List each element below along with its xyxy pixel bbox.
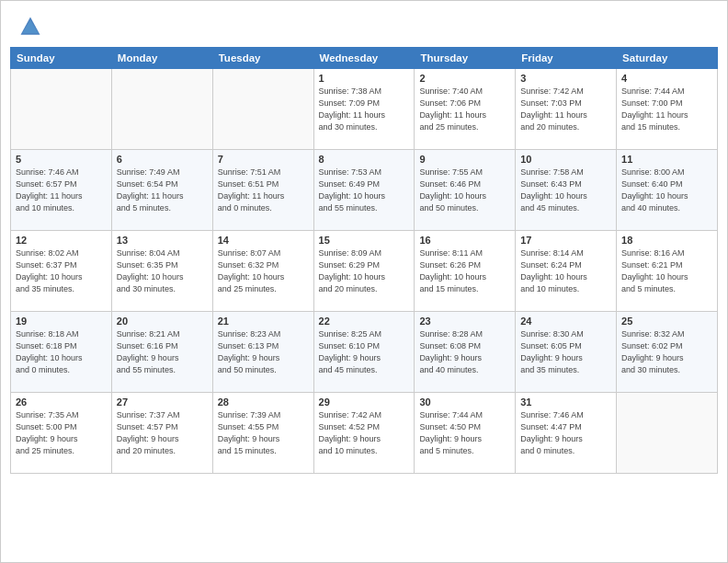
day-cell: 16Sunrise: 8:11 AM Sunset: 6:26 PM Dayli…	[415, 231, 516, 312]
day-number: 9	[419, 154, 510, 165]
day-number: 18	[621, 235, 712, 246]
day-info: Sunrise: 7:37 AM Sunset: 4:57 PM Dayligh…	[117, 409, 208, 457]
day-info: Sunrise: 8:00 AM Sunset: 6:40 PM Dayligh…	[621, 167, 712, 214]
day-number: 30	[419, 396, 510, 408]
day-info: Sunrise: 7:40 AM Sunset: 7:06 PM Dayligh…	[419, 86, 510, 133]
day-cell: 12Sunrise: 8:02 AM Sunset: 6:37 PM Dayli…	[11, 231, 112, 312]
day-cell: 21Sunrise: 8:23 AM Sunset: 6:13 PM Dayli…	[212, 312, 313, 393]
day-number: 28	[218, 396, 309, 408]
day-number: 27	[117, 396, 208, 408]
day-cell: 29Sunrise: 7:42 AM Sunset: 4:52 PM Dayli…	[313, 393, 415, 474]
calendar-header: SundayMondayTuesdayWednesdayThursdayFrid…	[11, 48, 718, 69]
week-row-5: 26Sunrise: 7:35 AM Sunset: 5:00 PM Dayli…	[11, 393, 718, 474]
header-cell-saturday: Saturday	[617, 48, 718, 69]
day-cell: 9Sunrise: 7:55 AM Sunset: 6:46 PM Daylig…	[415, 150, 516, 231]
day-number: 5	[16, 154, 107, 165]
day-number: 3	[520, 73, 611, 84]
day-info: Sunrise: 7:35 AM Sunset: 5:00 PM Dayligh…	[16, 409, 107, 457]
calendar-body: 1Sunrise: 7:38 AM Sunset: 7:09 PM Daylig…	[11, 69, 718, 474]
day-cell: 19Sunrise: 8:18 AM Sunset: 6:18 PM Dayli…	[11, 312, 112, 393]
day-cell: 13Sunrise: 8:04 AM Sunset: 6:35 PM Dayli…	[111, 231, 212, 312]
day-number: 23	[419, 316, 510, 327]
week-row-4: 19Sunrise: 8:18 AM Sunset: 6:18 PM Dayli…	[11, 312, 718, 393]
day-cell	[111, 69, 212, 150]
day-cell: 28Sunrise: 7:39 AM Sunset: 4:55 PM Dayli…	[212, 393, 313, 474]
day-number: 13	[117, 235, 208, 246]
day-number: 7	[218, 154, 309, 165]
day-number: 19	[16, 316, 107, 327]
header-cell-friday: Friday	[516, 48, 617, 69]
day-number: 29	[319, 396, 410, 408]
day-number: 8	[319, 154, 410, 165]
day-cell: 15Sunrise: 8:09 AM Sunset: 6:29 PM Dayli…	[313, 231, 415, 312]
day-info: Sunrise: 8:30 AM Sunset: 6:05 PM Dayligh…	[520, 328, 611, 376]
day-info: Sunrise: 8:11 AM Sunset: 6:26 PM Dayligh…	[419, 247, 510, 295]
day-number: 6	[117, 154, 208, 165]
day-info: Sunrise: 8:14 AM Sunset: 6:24 PM Dayligh…	[520, 247, 611, 295]
day-number: 21	[218, 316, 309, 327]
calendar-table: SundayMondayTuesdayWednesdayThursdayFrid…	[10, 47, 718, 474]
day-info: Sunrise: 8:18 AM Sunset: 6:18 PM Dayligh…	[16, 328, 107, 376]
day-number: 12	[16, 235, 107, 246]
calendar: SundayMondayTuesdayWednesdayThursdayFrid…	[1, 47, 727, 562]
header	[1, 1, 727, 47]
day-cell	[11, 69, 112, 150]
day-cell: 1Sunrise: 7:38 AM Sunset: 7:09 PM Daylig…	[313, 69, 415, 150]
day-number: 14	[218, 235, 309, 246]
day-cell: 20Sunrise: 8:21 AM Sunset: 6:16 PM Dayli…	[111, 312, 212, 393]
header-cell-tuesday: Tuesday	[212, 48, 313, 69]
day-number: 1	[319, 73, 410, 84]
day-info: Sunrise: 8:28 AM Sunset: 6:08 PM Dayligh…	[419, 328, 510, 376]
day-cell: 10Sunrise: 7:58 AM Sunset: 6:43 PM Dayli…	[516, 150, 617, 231]
day-cell: 27Sunrise: 7:37 AM Sunset: 4:57 PM Dayli…	[111, 393, 212, 474]
day-number: 15	[319, 235, 410, 246]
day-info: Sunrise: 7:49 AM Sunset: 6:54 PM Dayligh…	[117, 167, 208, 214]
day-cell: 26Sunrise: 7:35 AM Sunset: 5:00 PM Dayli…	[11, 393, 112, 474]
week-row-1: 1Sunrise: 7:38 AM Sunset: 7:09 PM Daylig…	[11, 69, 718, 150]
week-row-3: 12Sunrise: 8:02 AM Sunset: 6:37 PM Dayli…	[11, 231, 718, 312]
day-number: 31	[520, 396, 611, 408]
day-cell: 31Sunrise: 7:46 AM Sunset: 4:47 PM Dayli…	[516, 393, 617, 474]
day-info: Sunrise: 7:44 AM Sunset: 4:50 PM Dayligh…	[419, 409, 510, 457]
day-info: Sunrise: 7:53 AM Sunset: 6:49 PM Dayligh…	[319, 167, 410, 214]
logo	[17, 14, 45, 40]
day-info: Sunrise: 7:42 AM Sunset: 4:52 PM Dayligh…	[319, 409, 410, 457]
header-row: SundayMondayTuesdayWednesdayThursdayFrid…	[11, 48, 718, 69]
day-info: Sunrise: 7:38 AM Sunset: 7:09 PM Dayligh…	[319, 86, 410, 133]
day-info: Sunrise: 8:32 AM Sunset: 6:02 PM Dayligh…	[621, 328, 712, 376]
day-info: Sunrise: 7:42 AM Sunset: 7:03 PM Dayligh…	[520, 86, 611, 133]
day-info: Sunrise: 7:46 AM Sunset: 4:47 PM Dayligh…	[520, 409, 611, 457]
day-number: 2	[419, 73, 510, 84]
day-cell: 3Sunrise: 7:42 AM Sunset: 7:03 PM Daylig…	[516, 69, 617, 150]
day-cell: 24Sunrise: 8:30 AM Sunset: 6:05 PM Dayli…	[516, 312, 617, 393]
day-cell: 14Sunrise: 8:07 AM Sunset: 6:32 PM Dayli…	[212, 231, 313, 312]
day-number: 24	[520, 316, 611, 327]
day-info: Sunrise: 8:02 AM Sunset: 6:37 PM Dayligh…	[16, 247, 107, 295]
week-row-2: 5Sunrise: 7:46 AM Sunset: 6:57 PM Daylig…	[11, 150, 718, 231]
day-cell: 6Sunrise: 7:49 AM Sunset: 6:54 PM Daylig…	[111, 150, 212, 231]
logo-icon	[17, 14, 43, 40]
day-number: 10	[520, 154, 611, 165]
day-number: 20	[117, 316, 208, 327]
day-info: Sunrise: 7:51 AM Sunset: 6:51 PM Dayligh…	[218, 167, 309, 214]
day-cell: 17Sunrise: 8:14 AM Sunset: 6:24 PM Dayli…	[516, 231, 617, 312]
day-number: 25	[621, 316, 712, 327]
header-cell-sunday: Sunday	[11, 48, 112, 69]
day-number: 17	[520, 235, 611, 246]
day-cell: 7Sunrise: 7:51 AM Sunset: 6:51 PM Daylig…	[212, 150, 313, 231]
day-cell	[617, 393, 718, 474]
day-info: Sunrise: 8:16 AM Sunset: 6:21 PM Dayligh…	[621, 247, 712, 295]
day-number: 11	[621, 154, 712, 165]
day-info: Sunrise: 8:21 AM Sunset: 6:16 PM Dayligh…	[117, 328, 208, 376]
day-cell: 30Sunrise: 7:44 AM Sunset: 4:50 PM Dayli…	[415, 393, 516, 474]
header-cell-monday: Monday	[111, 48, 212, 69]
header-cell-wednesday: Wednesday	[313, 48, 415, 69]
day-cell	[212, 69, 313, 150]
day-info: Sunrise: 7:44 AM Sunset: 7:00 PM Dayligh…	[621, 86, 712, 133]
day-cell: 25Sunrise: 8:32 AM Sunset: 6:02 PM Dayli…	[617, 312, 718, 393]
day-info: Sunrise: 8:07 AM Sunset: 6:32 PM Dayligh…	[218, 247, 309, 295]
day-cell: 2Sunrise: 7:40 AM Sunset: 7:06 PM Daylig…	[415, 69, 516, 150]
day-info: Sunrise: 7:55 AM Sunset: 6:46 PM Dayligh…	[419, 167, 510, 214]
day-cell: 5Sunrise: 7:46 AM Sunset: 6:57 PM Daylig…	[11, 150, 112, 231]
day-number: 22	[319, 316, 410, 327]
